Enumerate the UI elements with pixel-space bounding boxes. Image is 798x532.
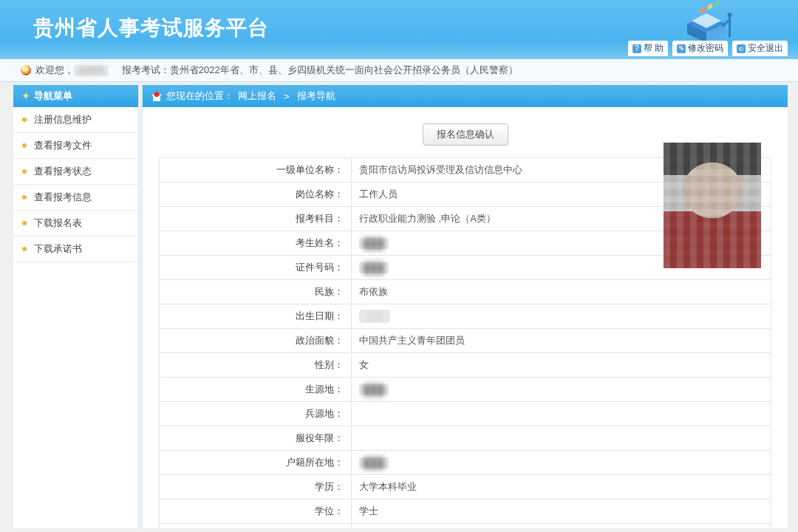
field-value: 大学本科毕业 xyxy=(352,475,771,499)
table-row: 民族：布依族 xyxy=(160,280,771,304)
field-label: 生源地： xyxy=(160,378,352,402)
field-label: 毕业时间： xyxy=(160,524,352,529)
table-row: 学历：大学本科毕业 xyxy=(160,475,771,499)
applicant-photo xyxy=(664,143,761,268)
sidebar-item-label: 下载报名表 xyxy=(34,217,82,228)
field-value: （ ） xyxy=(352,304,771,329)
masked-value: （ ） xyxy=(359,310,390,323)
masked-value: ███ xyxy=(359,457,389,468)
sidebar-item-view-application[interactable]: 查看报考信息 xyxy=(13,185,138,211)
svg-rect-4 xyxy=(700,7,705,13)
sidebar-title-label: 导航菜单 xyxy=(34,89,72,103)
sidebar-item-label: 注册信息维护 xyxy=(34,114,92,125)
field-label: 岗位名称： xyxy=(160,183,352,207)
home-icon xyxy=(151,91,162,101)
change-password-label: 修改密码 xyxy=(688,42,723,55)
field-label: 学历： xyxy=(160,475,352,499)
field-value: 学士 xyxy=(352,499,771,524)
sidebar: ✦ 导航菜单 注册信息维护 查看报考文件 查看报考状态 查看报考信息 下载报名表… xyxy=(13,85,139,528)
breadcrumb-part2: 报考导航 xyxy=(297,89,335,103)
username-masked: XXXX xyxy=(74,65,109,76)
table-row: 毕业时间：2020-07-01 xyxy=(160,524,771,529)
sidebar-item-label: 查看报考信息 xyxy=(34,191,92,202)
breadcrumb: 您现在的位置： 网上报名 > 报考导航 xyxy=(143,85,788,107)
field-label: 性别： xyxy=(160,353,352,378)
table-row: 出生日期：（ ） xyxy=(160,304,771,329)
app-header: 贵州省人事考试服务平台 ? 帮 助 xyxy=(0,0,798,59)
breadcrumb-sep: > xyxy=(284,91,290,102)
key-icon: ✎ xyxy=(677,44,686,53)
field-value xyxy=(352,402,771,426)
exam-name: 贵州省2022年省、市、县、乡四级机关统一面向社会公开招录公务员（人民警察） xyxy=(170,64,518,77)
field-label: 民族： xyxy=(160,280,352,304)
masked-value: ███ xyxy=(359,238,389,249)
table-row: 服役年限： xyxy=(160,426,771,451)
table-row: 政治面貌：中国共产主义青年团团员 xyxy=(160,329,771,353)
change-password-link[interactable]: ✎ 修改密码 xyxy=(672,41,728,56)
sidebar-item-view-status[interactable]: 查看报考状态 xyxy=(13,159,138,185)
field-label: 考生姓名： xyxy=(160,231,352,256)
header-links: ? 帮 助 ✎ 修改密码 ⎋ 安全退出 xyxy=(628,41,788,56)
sidebar-title: ✦ 导航菜单 xyxy=(13,85,138,107)
sidebar-item-label: 查看报考状态 xyxy=(34,166,92,177)
sidebar-item-view-docs[interactable]: 查看报考文件 xyxy=(13,133,138,159)
welcome-text: 欢迎您， xyxy=(35,64,74,77)
field-value xyxy=(352,426,771,451)
user-icon xyxy=(21,65,31,75)
table-row: 生源地：███ xyxy=(160,378,771,402)
field-label: 学位： xyxy=(160,499,352,524)
photo-image xyxy=(664,143,761,268)
logout-link[interactable]: ⎋ 安全退出 xyxy=(732,41,788,56)
exam-label: 报考考试： xyxy=(122,64,170,77)
breadcrumb-part1: 网上报名 xyxy=(238,89,276,103)
content-scroll[interactable]: 报名信息确认 一级单位名称：贵阳市信访局投诉受理及信访信息中心岗位名称：工作人员… xyxy=(143,107,788,528)
sidebar-item-download-form[interactable]: 下载报名表 xyxy=(13,211,138,236)
main-panel: 您现在的位置： 网上报名 > 报考导航 报名信息确认 一级单位名称：贵阳市信访局… xyxy=(142,85,788,528)
field-value: ███ xyxy=(352,378,771,402)
field-label: 户籍所在地： xyxy=(160,451,352,475)
breadcrumb-prefix: 您现在的位置： xyxy=(166,89,233,103)
field-label: 服役年限： xyxy=(160,426,352,451)
sidebar-item-label: 查看报考文件 xyxy=(34,140,92,151)
table-row: 学位：学士 xyxy=(160,499,771,524)
table-row: 性别：女 xyxy=(160,353,771,378)
header-illustration xyxy=(658,1,754,46)
sidebar-item-label: 下载承诺书 xyxy=(34,243,82,254)
svg-rect-5 xyxy=(708,3,712,10)
field-label: 出生日期： xyxy=(160,304,352,329)
field-label: 报考科目： xyxy=(160,207,352,231)
confirm-button[interactable]: 报名信息确认 xyxy=(423,123,508,146)
field-label: 证件号码： xyxy=(160,256,352,280)
field-value: 女 xyxy=(352,353,771,378)
svg-point-8 xyxy=(728,13,732,17)
masked-value: ███ xyxy=(359,384,389,395)
svg-rect-6 xyxy=(715,1,720,6)
field-value: ███ xyxy=(352,451,771,475)
field-label: 兵源地： xyxy=(160,402,352,426)
info-bar: 欢迎您， XXXX 报考考试： 贵州省2022年省、市、县、乡四级机关统一面向社… xyxy=(0,59,798,82)
help-icon: ? xyxy=(632,44,641,53)
help-link[interactable]: ? 帮 助 xyxy=(628,41,668,56)
help-label: 帮 助 xyxy=(644,42,664,55)
masked-value: ███ xyxy=(359,262,389,273)
menu-icon: ✦ xyxy=(22,91,30,101)
field-label: 一级单位名称： xyxy=(160,158,352,183)
field-value: 布依族 xyxy=(352,280,771,304)
field-label: 政治面貌： xyxy=(160,329,352,353)
table-row: 兵源地： xyxy=(160,402,771,426)
field-value: 中国共产主义青年团团员 xyxy=(352,329,771,353)
table-row: 户籍所在地：███ xyxy=(160,451,771,475)
logout-icon: ⎋ xyxy=(737,44,746,53)
field-value: 2020-07-01 xyxy=(352,524,771,529)
sidebar-item-download-commitment[interactable]: 下载承诺书 xyxy=(13,236,138,262)
sidebar-item-register-info[interactable]: 注册信息维护 xyxy=(13,107,138,133)
logout-label: 安全退出 xyxy=(748,42,783,55)
